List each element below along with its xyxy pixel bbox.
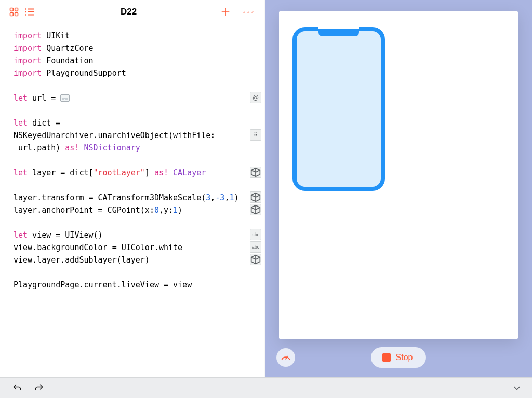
code-line[interactable]: view.layer.addSublayer(layer) [14,254,251,266]
redo-button[interactable] [31,380,47,396]
code-line[interactable]: let url = [14,92,251,104]
code-line[interactable] [14,266,251,279]
result-gutter-icon[interactable] [250,167,261,178]
editor-pane: D22 ○○○ import UIKitimport QuartzCoreimp… [0,0,265,377]
code-line[interactable] [14,154,251,167]
code-line[interactable]: PlaygroundPage.current.liveView = view [14,279,251,291]
result-gutter-icon[interactable] [250,204,261,215]
live-view-pane: Stop [265,0,532,377]
code-line[interactable]: import QuartzCore [14,42,251,54]
bottom-toolbar [0,377,532,398]
page-title: D22 [38,7,219,17]
code-line[interactable]: let view = UIView()abc [14,229,251,241]
code-line[interactable]: import UIKit [14,30,251,42]
speed-meter-button[interactable] [276,348,295,367]
stop-icon [382,353,391,362]
result-gutter-icon[interactable] [250,254,261,265]
svg-point-8 [25,14,26,16]
svg-point-6 [25,11,26,12]
svg-rect-0 [10,8,14,11]
image-literal-icon[interactable] [60,94,70,102]
add-icon[interactable] [219,5,232,19]
live-controls: Stop [265,345,532,370]
phone-outline-drawing [292,27,385,191]
result-gutter-icon[interactable] [250,191,261,203]
undo-button[interactable] [9,380,25,396]
code-line[interactable]: let dict = NSKeyedUnarchiver.unarchiveOb… [14,117,251,142]
code-line[interactable]: let layer = dict["rootLayer"] as! CALaye… [14,167,251,179]
code-line[interactable]: url.path) as! NSDictionary [14,142,251,154]
code-line[interactable]: import PlaygroundSupport [14,67,251,79]
svg-rect-2 [10,12,14,16]
live-view [279,11,518,339]
svg-rect-3 [15,12,18,16]
bottom-divider [507,381,507,395]
documents-grid-icon[interactable] [7,5,21,19]
code-line[interactable]: import Foundation [14,54,251,67]
dismiss-keyboard-button[interactable] [509,378,525,398]
code-line[interactable]: layer.anchorPoint = CGPoint(x:0,y:1) [14,204,251,216]
svg-rect-12 [295,29,383,189]
result-gutter-icon[interactable]: abc [250,229,261,240]
code-line[interactable]: layer.transform = CATransform3DMakeScale… [14,191,251,204]
code-editor[interactable]: import UIKitimport QuartzCoreimport Foun… [0,23,264,377]
code-line[interactable] [14,179,251,191]
svg-point-4 [25,8,26,10]
svg-rect-1 [15,8,18,11]
result-gutter-icon[interactable] [250,129,261,141]
result-gutter-icon[interactable] [250,92,261,103]
text-cursor [192,280,192,289]
more-icon[interactable]: ○○○ [242,5,255,19]
code-line[interactable] [14,79,251,92]
result-gutter-icon[interactable]: abc [250,241,261,253]
stop-button-label: Stop [396,353,413,362]
code-line[interactable]: view.backgroundColor = UIColor.whiteabc [14,241,251,254]
code-line[interactable] [14,104,251,117]
editor-toolbar: D22 ○○○ [0,0,264,23]
list-icon[interactable] [23,5,36,19]
code-line[interactable] [14,216,251,229]
stop-button[interactable]: Stop [371,347,426,368]
